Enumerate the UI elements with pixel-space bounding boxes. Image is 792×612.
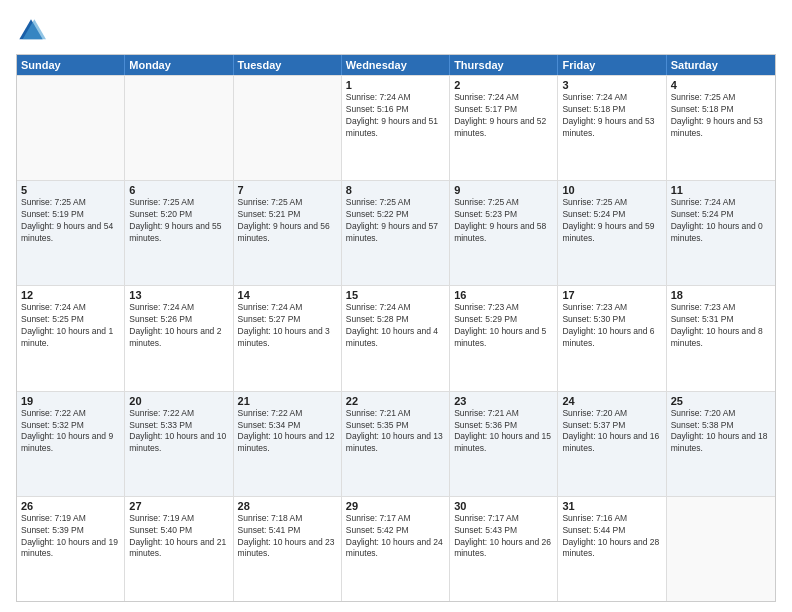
calendar: SundayMondayTuesdayWednesdayThursdayFrid… [16, 54, 776, 602]
calendar-cell: 6Sunrise: 7:25 AMSunset: 5:20 PMDaylight… [125, 181, 233, 285]
header [16, 16, 776, 46]
calendar-header-tuesday: Tuesday [234, 55, 342, 75]
day-number: 8 [346, 184, 445, 196]
day-number: 18 [671, 289, 771, 301]
calendar-cell: 7Sunrise: 7:25 AMSunset: 5:21 PMDaylight… [234, 181, 342, 285]
day-info: Sunrise: 7:19 AMSunset: 5:40 PMDaylight:… [129, 513, 228, 561]
calendar-cell: 10Sunrise: 7:25 AMSunset: 5:24 PMDayligh… [558, 181, 666, 285]
calendar-week-1: 1Sunrise: 7:24 AMSunset: 5:16 PMDaylight… [17, 75, 775, 180]
day-number: 23 [454, 395, 553, 407]
day-info: Sunrise: 7:23 AMSunset: 5:29 PMDaylight:… [454, 302, 553, 350]
calendar-cell: 14Sunrise: 7:24 AMSunset: 5:27 PMDayligh… [234, 286, 342, 390]
day-info: Sunrise: 7:24 AMSunset: 5:24 PMDaylight:… [671, 197, 771, 245]
calendar-week-2: 5Sunrise: 7:25 AMSunset: 5:19 PMDaylight… [17, 180, 775, 285]
calendar-cell: 13Sunrise: 7:24 AMSunset: 5:26 PMDayligh… [125, 286, 233, 390]
calendar-cell: 16Sunrise: 7:23 AMSunset: 5:29 PMDayligh… [450, 286, 558, 390]
day-info: Sunrise: 7:24 AMSunset: 5:16 PMDaylight:… [346, 92, 445, 140]
day-number: 16 [454, 289, 553, 301]
day-info: Sunrise: 7:19 AMSunset: 5:39 PMDaylight:… [21, 513, 120, 561]
day-number: 7 [238, 184, 337, 196]
calendar-cell: 29Sunrise: 7:17 AMSunset: 5:42 PMDayligh… [342, 497, 450, 601]
calendar-cell: 11Sunrise: 7:24 AMSunset: 5:24 PMDayligh… [667, 181, 775, 285]
day-number: 21 [238, 395, 337, 407]
calendar-header-monday: Monday [125, 55, 233, 75]
calendar-header-thursday: Thursday [450, 55, 558, 75]
calendar-cell [17, 76, 125, 180]
day-info: Sunrise: 7:23 AMSunset: 5:30 PMDaylight:… [562, 302, 661, 350]
calendar-header-saturday: Saturday [667, 55, 775, 75]
day-number: 20 [129, 395, 228, 407]
calendar-cell: 20Sunrise: 7:22 AMSunset: 5:33 PMDayligh… [125, 392, 233, 496]
page: SundayMondayTuesdayWednesdayThursdayFrid… [0, 0, 792, 612]
day-number: 28 [238, 500, 337, 512]
day-info: Sunrise: 7:18 AMSunset: 5:41 PMDaylight:… [238, 513, 337, 561]
calendar-cell: 30Sunrise: 7:17 AMSunset: 5:43 PMDayligh… [450, 497, 558, 601]
calendar-week-5: 26Sunrise: 7:19 AMSunset: 5:39 PMDayligh… [17, 496, 775, 601]
calendar-body: 1Sunrise: 7:24 AMSunset: 5:16 PMDaylight… [17, 75, 775, 601]
calendar-cell [125, 76, 233, 180]
day-number: 5 [21, 184, 120, 196]
day-info: Sunrise: 7:25 AMSunset: 5:19 PMDaylight:… [21, 197, 120, 245]
calendar-cell: 2Sunrise: 7:24 AMSunset: 5:17 PMDaylight… [450, 76, 558, 180]
logo-icon [16, 16, 46, 46]
day-info: Sunrise: 7:22 AMSunset: 5:34 PMDaylight:… [238, 408, 337, 456]
day-info: Sunrise: 7:21 AMSunset: 5:35 PMDaylight:… [346, 408, 445, 456]
day-number: 22 [346, 395, 445, 407]
day-info: Sunrise: 7:25 AMSunset: 5:23 PMDaylight:… [454, 197, 553, 245]
calendar-cell: 17Sunrise: 7:23 AMSunset: 5:30 PMDayligh… [558, 286, 666, 390]
calendar-cell: 4Sunrise: 7:25 AMSunset: 5:18 PMDaylight… [667, 76, 775, 180]
day-info: Sunrise: 7:20 AMSunset: 5:38 PMDaylight:… [671, 408, 771, 456]
day-info: Sunrise: 7:17 AMSunset: 5:42 PMDaylight:… [346, 513, 445, 561]
day-number: 26 [21, 500, 120, 512]
calendar-cell: 26Sunrise: 7:19 AMSunset: 5:39 PMDayligh… [17, 497, 125, 601]
day-info: Sunrise: 7:25 AMSunset: 5:21 PMDaylight:… [238, 197, 337, 245]
calendar-cell: 21Sunrise: 7:22 AMSunset: 5:34 PMDayligh… [234, 392, 342, 496]
day-number: 3 [562, 79, 661, 91]
calendar-cell: 15Sunrise: 7:24 AMSunset: 5:28 PMDayligh… [342, 286, 450, 390]
calendar-cell: 24Sunrise: 7:20 AMSunset: 5:37 PMDayligh… [558, 392, 666, 496]
day-number: 17 [562, 289, 661, 301]
day-number: 19 [21, 395, 120, 407]
day-info: Sunrise: 7:25 AMSunset: 5:22 PMDaylight:… [346, 197, 445, 245]
calendar-cell [234, 76, 342, 180]
logo [16, 16, 50, 46]
calendar-cell: 3Sunrise: 7:24 AMSunset: 5:18 PMDaylight… [558, 76, 666, 180]
calendar-week-4: 19Sunrise: 7:22 AMSunset: 5:32 PMDayligh… [17, 391, 775, 496]
calendar-cell: 19Sunrise: 7:22 AMSunset: 5:32 PMDayligh… [17, 392, 125, 496]
day-info: Sunrise: 7:22 AMSunset: 5:33 PMDaylight:… [129, 408, 228, 456]
calendar-cell: 8Sunrise: 7:25 AMSunset: 5:22 PMDaylight… [342, 181, 450, 285]
day-info: Sunrise: 7:24 AMSunset: 5:17 PMDaylight:… [454, 92, 553, 140]
calendar-cell: 23Sunrise: 7:21 AMSunset: 5:36 PMDayligh… [450, 392, 558, 496]
day-info: Sunrise: 7:25 AMSunset: 5:24 PMDaylight:… [562, 197, 661, 245]
calendar-cell: 12Sunrise: 7:24 AMSunset: 5:25 PMDayligh… [17, 286, 125, 390]
day-number: 13 [129, 289, 228, 301]
calendar-cell: 5Sunrise: 7:25 AMSunset: 5:19 PMDaylight… [17, 181, 125, 285]
calendar-header-sunday: Sunday [17, 55, 125, 75]
day-number: 9 [454, 184, 553, 196]
day-number: 24 [562, 395, 661, 407]
calendar-cell: 1Sunrise: 7:24 AMSunset: 5:16 PMDaylight… [342, 76, 450, 180]
day-number: 27 [129, 500, 228, 512]
day-info: Sunrise: 7:17 AMSunset: 5:43 PMDaylight:… [454, 513, 553, 561]
calendar-cell: 31Sunrise: 7:16 AMSunset: 5:44 PMDayligh… [558, 497, 666, 601]
calendar-cell: 18Sunrise: 7:23 AMSunset: 5:31 PMDayligh… [667, 286, 775, 390]
day-info: Sunrise: 7:23 AMSunset: 5:31 PMDaylight:… [671, 302, 771, 350]
day-info: Sunrise: 7:22 AMSunset: 5:32 PMDaylight:… [21, 408, 120, 456]
calendar-cell [667, 497, 775, 601]
day-info: Sunrise: 7:16 AMSunset: 5:44 PMDaylight:… [562, 513, 661, 561]
calendar-header: SundayMondayTuesdayWednesdayThursdayFrid… [17, 55, 775, 75]
day-info: Sunrise: 7:25 AMSunset: 5:20 PMDaylight:… [129, 197, 228, 245]
calendar-cell: 28Sunrise: 7:18 AMSunset: 5:41 PMDayligh… [234, 497, 342, 601]
day-info: Sunrise: 7:24 AMSunset: 5:26 PMDaylight:… [129, 302, 228, 350]
calendar-cell: 9Sunrise: 7:25 AMSunset: 5:23 PMDaylight… [450, 181, 558, 285]
day-number: 10 [562, 184, 661, 196]
day-number: 1 [346, 79, 445, 91]
day-number: 2 [454, 79, 553, 91]
day-number: 25 [671, 395, 771, 407]
day-info: Sunrise: 7:25 AMSunset: 5:18 PMDaylight:… [671, 92, 771, 140]
day-info: Sunrise: 7:24 AMSunset: 5:25 PMDaylight:… [21, 302, 120, 350]
day-number: 15 [346, 289, 445, 301]
calendar-cell: 27Sunrise: 7:19 AMSunset: 5:40 PMDayligh… [125, 497, 233, 601]
calendar-cell: 25Sunrise: 7:20 AMSunset: 5:38 PMDayligh… [667, 392, 775, 496]
calendar-week-3: 12Sunrise: 7:24 AMSunset: 5:25 PMDayligh… [17, 285, 775, 390]
